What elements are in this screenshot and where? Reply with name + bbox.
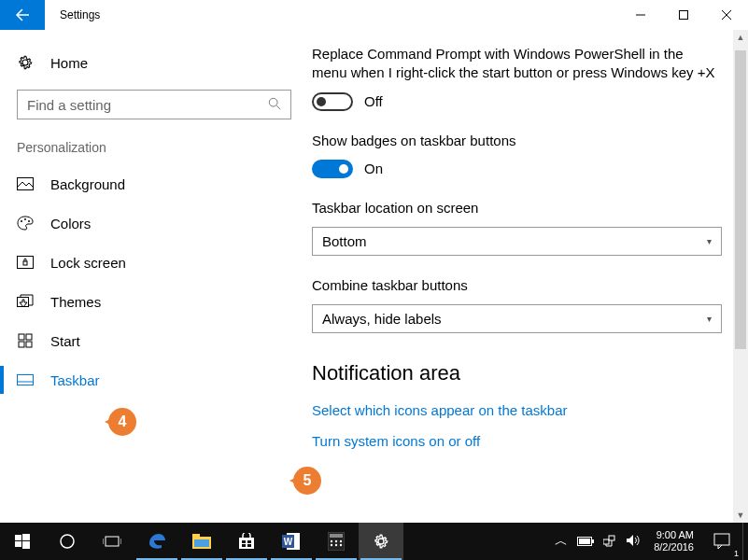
svg-rect-13: [19, 342, 24, 347]
file-explorer-app[interactable]: [179, 523, 224, 560]
scroll-down-icon[interactable]: ▼: [733, 508, 748, 523]
arrow-left-icon: [15, 7, 30, 22]
svg-rect-46: [579, 539, 590, 544]
annotation-5: 5: [293, 467, 321, 495]
annotation-4: 4: [108, 408, 136, 436]
svg-rect-26: [192, 534, 200, 538]
svg-rect-19: [15, 541, 21, 547]
taskbar-icon: [17, 371, 34, 388]
close-button[interactable]: [705, 0, 748, 30]
settings-app[interactable]: [359, 523, 403, 560]
action-center-button[interactable]: 1: [701, 523, 742, 560]
search-placeholder: Find a setting: [27, 97, 111, 113]
sidebar-item-label: Colors: [50, 216, 91, 231]
palette-icon: [17, 215, 34, 231]
sidebar-item-taskbar[interactable]: Taskbar: [0, 360, 308, 399]
windows-taskbar: W ︿ 9:00 AM 8/2/2016 1: [0, 523, 748, 560]
store-icon: [238, 533, 255, 550]
tray-chevron-up-icon[interactable]: ︿: [555, 533, 568, 550]
sidebar-item-colors[interactable]: Colors: [0, 203, 308, 243]
turn-system-icons-link[interactable]: Turn system icons on or off: [312, 433, 722, 449]
svg-text:W: W: [284, 537, 293, 547]
volume-icon[interactable]: [626, 534, 641, 550]
home-label: Home: [50, 55, 88, 71]
battery-icon[interactable]: [577, 534, 594, 549]
content-pane: Replace Command Prompt with Windows Powe…: [308, 30, 748, 523]
word-app[interactable]: W: [269, 523, 314, 560]
network-icon[interactable]: [603, 534, 616, 550]
svg-rect-28: [239, 538, 254, 549]
search-input[interactable]: Find a setting: [17, 90, 291, 119]
svg-rect-20: [22, 541, 30, 549]
badges-toggle[interactable]: [312, 160, 353, 178]
sidebar-item-label: Background: [50, 176, 125, 192]
sidebar-item-lock-screen[interactable]: Lock screen: [0, 243, 308, 282]
sidebar-item-themes[interactable]: Themes: [0, 282, 308, 321]
dropdown-value: Bottom: [322, 233, 367, 249]
svg-point-41: [331, 544, 332, 546]
task-view-button[interactable]: [90, 523, 134, 560]
svg-point-39: [335, 540, 337, 542]
gear-icon: [373, 533, 389, 550]
home-nav[interactable]: Home: [0, 45, 308, 80]
clock-date: 8/2/2016: [654, 541, 694, 553]
taskbar-location-label: Taskbar location on screen: [312, 199, 722, 217]
scrollbar-thumb[interactable]: [735, 50, 746, 349]
back-button[interactable]: [0, 0, 45, 30]
svg-rect-27: [194, 539, 209, 547]
scroll-up-icon[interactable]: ▲: [733, 30, 748, 45]
svg-rect-1: [680, 11, 688, 20]
window-title: Settings: [60, 8, 619, 21]
cortana-icon: [59, 533, 76, 550]
svg-rect-15: [18, 375, 34, 385]
svg-rect-14: [26, 342, 32, 347]
store-app[interactable]: [224, 523, 269, 560]
notification-area-heading: Notification area: [312, 361, 722, 385]
taskbar-clock[interactable]: 9:00 AM 8/2/2016: [646, 529, 701, 553]
window-controls: [619, 0, 748, 30]
edge-app[interactable]: [134, 523, 179, 560]
sidebar: Home Find a setting Personalization Back…: [0, 30, 308, 523]
calculator-app[interactable]: [314, 523, 359, 560]
titlebar: Settings: [0, 0, 748, 30]
powershell-description: Replace Command Prompt with Windows Powe…: [312, 45, 722, 83]
svg-point-2: [269, 98, 277, 106]
svg-rect-49: [714, 534, 729, 545]
svg-rect-17: [15, 535, 21, 540]
system-tray: ︿: [555, 533, 646, 550]
svg-rect-9: [23, 261, 27, 265]
svg-rect-4: [18, 178, 34, 190]
svg-rect-8: [18, 257, 34, 269]
svg-line-3: [276, 105, 280, 109]
folder-icon: [192, 534, 211, 549]
cortana-button[interactable]: [45, 523, 90, 560]
maximize-button[interactable]: [662, 0, 705, 30]
start-grid-icon: [17, 332, 34, 349]
sidebar-item-background[interactable]: Background: [0, 164, 308, 203]
taskbar-location-dropdown[interactable]: Bottom ▾: [312, 227, 722, 256]
calculator-icon: [328, 532, 345, 551]
svg-rect-30: [247, 540, 251, 543]
powershell-toggle[interactable]: [312, 92, 353, 111]
windows-logo-icon: [15, 534, 30, 549]
select-icons-link[interactable]: Select which icons appear on the taskbar: [312, 402, 722, 418]
svg-rect-29: [242, 540, 246, 543]
scrollbar[interactable]: ▲ ▼: [733, 30, 748, 523]
sidebar-item-label: Taskbar: [50, 372, 100, 388]
sidebar-item-label: Start: [50, 333, 80, 349]
app-body: Home Find a setting Personalization Back…: [0, 30, 748, 523]
svg-rect-22: [106, 537, 119, 546]
themes-icon: [17, 293, 34, 310]
clock-time: 9:00 AM: [654, 529, 694, 541]
sidebar-item-start[interactable]: Start: [0, 321, 308, 360]
dropdown-value: Always, hide labels: [322, 311, 442, 327]
word-icon: W: [282, 532, 301, 551]
show-desktop-button[interactable]: [742, 523, 748, 560]
minimize-button[interactable]: [619, 0, 662, 30]
start-button[interactable]: [0, 523, 45, 560]
combine-buttons-dropdown[interactable]: Always, hide labels ▾: [312, 304, 722, 333]
powershell-state: Off: [364, 93, 383, 109]
lock-frame-icon: [17, 254, 34, 271]
svg-point-7: [28, 220, 30, 222]
svg-rect-31: [242, 544, 246, 547]
